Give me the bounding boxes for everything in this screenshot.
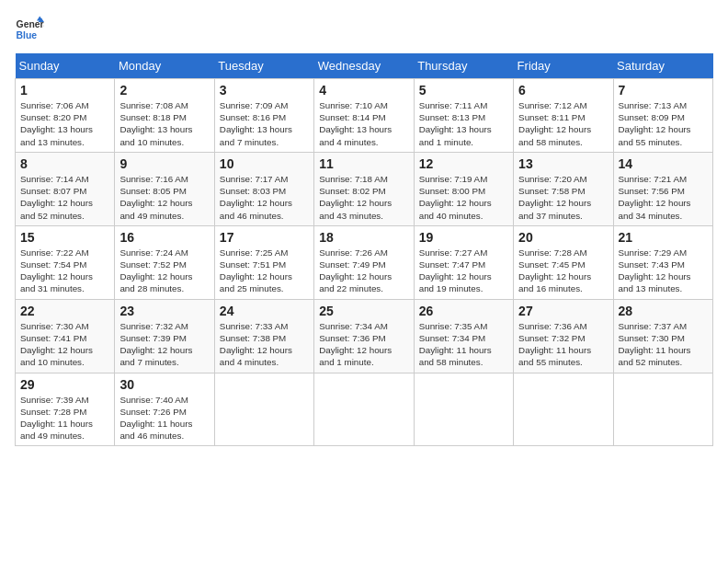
day-number: 6: [518, 83, 608, 98]
calendar-cell: 6Sunrise: 7:12 AM Sunset: 8:11 PM Daylig…: [514, 79, 613, 153]
week-row-2: 8Sunrise: 7:14 AM Sunset: 8:07 PM Daylig…: [16, 152, 713, 225]
cell-detail: Sunrise: 7:40 AM Sunset: 7:26 PM Dayligh…: [119, 395, 192, 442]
cell-detail: Sunrise: 7:27 AM Sunset: 7:47 PM Dayligh…: [419, 247, 492, 294]
day-number: 2: [119, 83, 209, 98]
week-row-3: 15Sunrise: 7:22 AM Sunset: 7:54 PM Dayli…: [16, 225, 713, 299]
calendar-cell: [613, 373, 712, 446]
day-number: 19: [419, 230, 508, 245]
cell-detail: Sunrise: 7:09 AM Sunset: 8:16 PM Dayligh…: [220, 100, 292, 147]
calendar-cell: [514, 373, 613, 446]
cell-detail: Sunrise: 7:39 AM Sunset: 7:28 PM Dayligh…: [20, 395, 93, 442]
cell-detail: Sunrise: 7:35 AM Sunset: 7:34 PM Dayligh…: [419, 321, 492, 368]
day-number: 30: [119, 377, 209, 392]
cell-detail: Sunrise: 7:18 AM Sunset: 8:02 PM Dayligh…: [319, 174, 392, 221]
calendar-cell: 9Sunrise: 7:16 AM Sunset: 8:05 PM Daylig…: [115, 152, 214, 225]
calendar-cell: 11Sunrise: 7:18 AM Sunset: 8:02 PM Dayli…: [314, 152, 414, 225]
day-number: 1: [20, 83, 109, 98]
col-header-wednesday: Wednesday: [314, 53, 414, 79]
header-row: SundayMondayTuesdayWednesdayThursdayFrid…: [16, 53, 713, 79]
cell-detail: Sunrise: 7:29 AM Sunset: 7:43 PM Dayligh…: [619, 247, 691, 294]
calendar-cell: 27Sunrise: 7:36 AM Sunset: 7:32 PM Dayli…: [514, 299, 613, 373]
calendar-cell: 26Sunrise: 7:35 AM Sunset: 7:34 PM Dayli…: [414, 299, 513, 373]
week-row-1: 1Sunrise: 7:06 AM Sunset: 8:20 PM Daylig…: [16, 79, 713, 153]
calendar-cell: 2Sunrise: 7:08 AM Sunset: 8:18 PM Daylig…: [115, 79, 214, 153]
cell-detail: Sunrise: 7:37 AM Sunset: 7:30 PM Dayligh…: [619, 321, 691, 368]
col-header-sunday: Sunday: [16, 53, 115, 79]
day-number: 20: [518, 230, 608, 245]
calendar-cell: 17Sunrise: 7:25 AM Sunset: 7:51 PM Dayli…: [214, 225, 313, 299]
svg-text:Blue: Blue: [17, 30, 38, 40]
day-number: 4: [319, 83, 408, 98]
cell-detail: Sunrise: 7:21 AM Sunset: 7:56 PM Dayligh…: [619, 174, 691, 221]
calendar-cell: 21Sunrise: 7:29 AM Sunset: 7:43 PM Dayli…: [613, 225, 712, 299]
calendar-cell: 5Sunrise: 7:11 AM Sunset: 8:13 PM Daylig…: [414, 79, 513, 153]
cell-detail: Sunrise: 7:32 AM Sunset: 7:39 PM Dayligh…: [119, 321, 192, 368]
day-number: 29: [20, 377, 109, 392]
day-number: 26: [419, 304, 508, 318]
logo: General Blue: [15, 15, 22, 44]
calendar-table: SundayMondayTuesdayWednesdayThursdayFrid…: [15, 53, 713, 446]
cell-detail: Sunrise: 7:17 AM Sunset: 8:03 PM Dayligh…: [220, 174, 292, 221]
day-number: 8: [20, 156, 109, 171]
week-row-5: 29Sunrise: 7:39 AM Sunset: 7:28 PM Dayli…: [16, 373, 713, 446]
cell-detail: Sunrise: 7:24 AM Sunset: 7:52 PM Dayligh…: [119, 247, 192, 294]
cell-detail: Sunrise: 7:19 AM Sunset: 8:00 PM Dayligh…: [419, 174, 492, 221]
calendar-cell: 8Sunrise: 7:14 AM Sunset: 8:07 PM Daylig…: [16, 152, 115, 225]
cell-detail: Sunrise: 7:06 AM Sunset: 8:20 PM Dayligh…: [20, 100, 93, 147]
cell-detail: Sunrise: 7:25 AM Sunset: 7:51 PM Dayligh…: [220, 247, 292, 294]
day-number: 10: [220, 156, 309, 171]
day-number: 25: [319, 304, 408, 318]
cell-detail: Sunrise: 7:12 AM Sunset: 8:11 PM Dayligh…: [518, 100, 591, 147]
calendar-cell: 29Sunrise: 7:39 AM Sunset: 7:28 PM Dayli…: [16, 373, 115, 446]
calendar-cell: 25Sunrise: 7:34 AM Sunset: 7:36 PM Dayli…: [314, 299, 414, 373]
calendar-cell: 4Sunrise: 7:10 AM Sunset: 8:14 PM Daylig…: [314, 79, 414, 153]
cell-detail: Sunrise: 7:26 AM Sunset: 7:49 PM Dayligh…: [319, 247, 392, 294]
calendar-cell: 13Sunrise: 7:20 AM Sunset: 7:58 PM Dayli…: [514, 152, 613, 225]
col-header-tuesday: Tuesday: [214, 53, 313, 79]
cell-detail: Sunrise: 7:30 AM Sunset: 7:41 PM Dayligh…: [20, 321, 93, 368]
day-number: 23: [119, 304, 209, 318]
day-number: 17: [220, 230, 309, 245]
calendar-cell: 12Sunrise: 7:19 AM Sunset: 8:00 PM Dayli…: [414, 152, 513, 225]
day-number: 28: [619, 304, 708, 318]
calendar-cell: [314, 373, 414, 446]
day-number: 5: [419, 83, 508, 98]
day-number: 16: [119, 230, 209, 245]
col-header-monday: Monday: [115, 53, 214, 79]
cell-detail: Sunrise: 7:10 AM Sunset: 8:14 PM Dayligh…: [319, 100, 392, 147]
calendar-cell: 3Sunrise: 7:09 AM Sunset: 8:16 PM Daylig…: [214, 79, 313, 153]
day-number: 15: [20, 230, 109, 245]
calendar-cell: 22Sunrise: 7:30 AM Sunset: 7:41 PM Dayli…: [16, 299, 115, 373]
cell-detail: Sunrise: 7:11 AM Sunset: 8:13 PM Dayligh…: [419, 100, 492, 147]
cell-detail: Sunrise: 7:33 AM Sunset: 7:38 PM Dayligh…: [220, 321, 292, 368]
day-number: 18: [319, 230, 408, 245]
calendar-cell: 20Sunrise: 7:28 AM Sunset: 7:45 PM Dayli…: [514, 225, 613, 299]
day-number: 12: [419, 156, 508, 171]
day-number: 7: [619, 83, 708, 98]
header: General Blue: [15, 15, 713, 44]
cell-detail: Sunrise: 7:13 AM Sunset: 8:09 PM Dayligh…: [619, 100, 691, 147]
calendar-cell: 15Sunrise: 7:22 AM Sunset: 7:54 PM Dayli…: [16, 225, 115, 299]
calendar-cell: 19Sunrise: 7:27 AM Sunset: 7:47 PM Dayli…: [414, 225, 513, 299]
calendar-cell: 23Sunrise: 7:32 AM Sunset: 7:39 PM Dayli…: [115, 299, 214, 373]
calendar-cell: 18Sunrise: 7:26 AM Sunset: 7:49 PM Dayli…: [314, 225, 414, 299]
cell-detail: Sunrise: 7:34 AM Sunset: 7:36 PM Dayligh…: [319, 321, 392, 368]
day-number: 13: [518, 156, 608, 171]
day-number: 22: [20, 304, 109, 318]
col-header-friday: Friday: [514, 53, 613, 79]
calendar-cell: 1Sunrise: 7:06 AM Sunset: 8:20 PM Daylig…: [16, 79, 115, 153]
col-header-thursday: Thursday: [414, 53, 513, 79]
col-header-saturday: Saturday: [613, 53, 712, 79]
week-row-4: 22Sunrise: 7:30 AM Sunset: 7:41 PM Dayli…: [16, 299, 713, 373]
day-number: 3: [220, 83, 309, 98]
cell-detail: Sunrise: 7:08 AM Sunset: 8:18 PM Dayligh…: [119, 100, 192, 147]
cell-detail: Sunrise: 7:20 AM Sunset: 7:58 PM Dayligh…: [518, 174, 591, 221]
day-number: 9: [119, 156, 209, 171]
cell-detail: Sunrise: 7:28 AM Sunset: 7:45 PM Dayligh…: [518, 247, 591, 294]
day-number: 24: [220, 304, 309, 318]
calendar-cell: [414, 373, 513, 446]
cell-detail: Sunrise: 7:14 AM Sunset: 8:07 PM Dayligh…: [20, 174, 93, 221]
calendar-cell: 28Sunrise: 7:37 AM Sunset: 7:30 PM Dayli…: [613, 299, 712, 373]
day-number: 11: [319, 156, 408, 171]
calendar-cell: 14Sunrise: 7:21 AM Sunset: 7:56 PM Dayli…: [613, 152, 712, 225]
